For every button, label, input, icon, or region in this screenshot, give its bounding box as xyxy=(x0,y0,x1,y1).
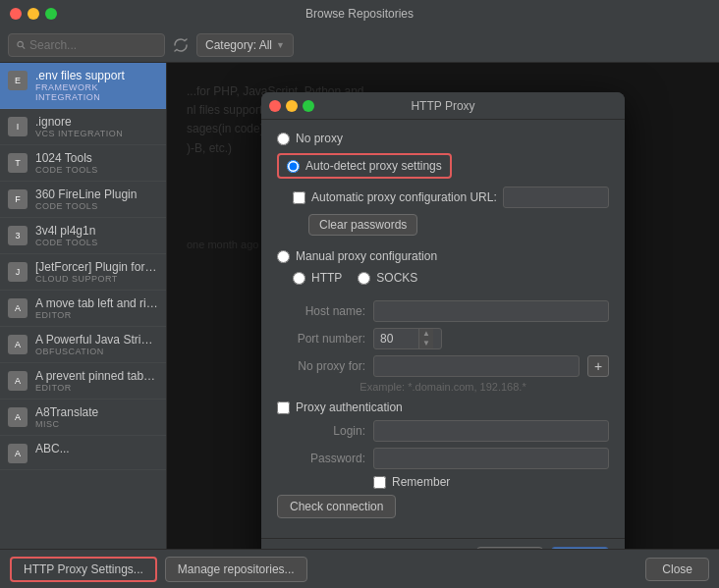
remember-row: Remember xyxy=(373,475,609,489)
auto-detect-box: Auto-detect proxy settings xyxy=(277,153,452,179)
category-label: Category: All xyxy=(205,38,272,52)
title-bar: Browse Repositories xyxy=(0,0,719,27)
sidebar-item-category-7: OBFUSCATION xyxy=(35,347,158,356)
manual-proxy-option[interactable]: Manual proxy configuration xyxy=(277,249,609,263)
sidebar-item-name-10: ABC... xyxy=(35,442,158,455)
port-number-label: Port number: xyxy=(277,332,365,346)
modal-footer-right: Cancel OK xyxy=(476,547,609,549)
maximize-button[interactable] xyxy=(45,8,57,20)
toolbar: Category: All ▼ xyxy=(0,27,719,63)
manage-repositories-button[interactable]: Manage repositories... xyxy=(165,557,307,582)
sidebar-item-name-0: .env files support xyxy=(35,69,158,82)
sidebar-item-name-5: [JetForcer] Plugin for handy xyxy=(35,260,158,274)
cancel-button[interactable]: Cancel xyxy=(476,547,542,549)
socks-label: SOCKS xyxy=(376,271,417,285)
bottom-bar-left: HTTP Proxy Settings... Manage repositori… xyxy=(10,557,307,582)
sidebar-item-name-4: 3v4l pl4g1n xyxy=(35,224,158,238)
http-proxy-modal: HTTP Proxy No proxy Auto-detect proxy se… xyxy=(261,92,625,549)
no-proxy-for-label: No proxy for: xyxy=(277,359,365,373)
refresh-icon[interactable] xyxy=(173,37,189,53)
no-proxy-for-row: No proxy for: + xyxy=(277,355,609,377)
auto-detect-radio[interactable] xyxy=(287,160,300,173)
sidebar-item-6[interactable]: A A move tab left and right usi EDITOR xyxy=(0,291,166,327)
sidebar-item-1[interactable]: I .ignore VCS INTEGRATION xyxy=(0,109,166,145)
plugin-icon-5: J xyxy=(8,262,28,282)
manual-proxy-radio[interactable] xyxy=(277,250,290,263)
port-down-button[interactable]: ▼ xyxy=(419,339,433,348)
sidebar-item-category-2: CODE TOOLS xyxy=(35,165,158,175)
no-proxy-for-input[interactable] xyxy=(373,355,580,377)
http-radio-option[interactable]: HTTP xyxy=(293,271,342,285)
minimize-button[interactable] xyxy=(28,8,39,20)
no-proxy-radio[interactable] xyxy=(277,133,290,145)
sidebar-item-10[interactable]: A ABC... xyxy=(0,436,166,470)
proxy-auth-checkbox[interactable] xyxy=(277,401,290,414)
modal-body: No proxy Auto-detect proxy settings Auto… xyxy=(261,120,625,538)
auto-config-row: Automatic proxy configuration URL: xyxy=(293,187,609,208)
sidebar-item-9[interactable]: A A8Translate MISC xyxy=(0,400,166,436)
login-input[interactable] xyxy=(373,420,609,442)
http-proxy-settings-button[interactable]: HTTP Proxy Settings... xyxy=(10,557,157,582)
sidebar-item-category-3: CODE TOOLS xyxy=(35,201,158,211)
no-proxy-option[interactable]: No proxy xyxy=(277,132,609,145)
host-name-row: Host name: xyxy=(277,300,609,322)
sidebar-item-name-2: 1024 Tools xyxy=(35,151,158,165)
port-input[interactable]: 80 xyxy=(374,332,418,346)
modal-overlay: HTTP Proxy No proxy Auto-detect proxy se… xyxy=(167,63,719,549)
plugin-icon-8: A xyxy=(8,371,28,391)
auto-config-label: Automatic proxy configuration URL: xyxy=(311,190,497,204)
category-dropdown[interactable]: Category: All ▼ xyxy=(196,33,294,57)
sidebar-item-category-8: EDITOR xyxy=(35,383,158,393)
sidebar-item-5[interactable]: J [JetForcer] Plugin for handy CLOUD SUP… xyxy=(0,254,166,291)
window-title: Browse Repositories xyxy=(305,7,414,21)
main-content: ...for PHP, JavaScript, Python and nl fi… xyxy=(167,63,719,549)
socks-radio-option[interactable]: SOCKS xyxy=(358,271,417,285)
login-label: Login: xyxy=(277,424,365,438)
plugin-icon-3: F xyxy=(8,189,28,209)
manual-proxy-label: Manual proxy configuration xyxy=(296,249,437,263)
modal-footer: ? Cancel OK xyxy=(261,538,625,549)
plugin-icon-2: T xyxy=(8,153,28,173)
password-row: Password: xyxy=(277,448,609,469)
remember-checkbox[interactable] xyxy=(373,476,386,489)
sidebar-item-3[interactable]: F 360 FireLine Plugin CODE TOOLS xyxy=(0,182,166,218)
close-button[interactable]: Close xyxy=(645,558,709,581)
sidebar-item-4[interactable]: 3 3v4l pl4g1n CODE TOOLS xyxy=(0,218,166,254)
http-proto-radio[interactable] xyxy=(293,272,305,285)
svg-line-1 xyxy=(23,46,25,48)
add-no-proxy-button[interactable]: + xyxy=(587,355,609,377)
modal-traffic-lights xyxy=(269,100,314,112)
sidebar-item-category-1: VCS INTEGRATION xyxy=(35,129,158,138)
search-icon xyxy=(17,40,26,50)
traffic-lights xyxy=(10,8,57,20)
modal-max-btn[interactable] xyxy=(303,100,314,112)
ok-button[interactable]: OK xyxy=(551,547,609,549)
close-button[interactable] xyxy=(10,8,22,20)
auto-config-checkbox[interactable] xyxy=(293,191,305,204)
check-connection-button[interactable]: Check connection xyxy=(277,495,396,518)
clear-passwords-button[interactable]: Clear passwords xyxy=(308,214,417,236)
modal-close-btn[interactable] xyxy=(269,100,281,112)
sidebar-item-7[interactable]: A A Powerful Java String Encr OBFUSCATIO… xyxy=(0,327,166,363)
sidebar-item-category-6: EDITOR xyxy=(35,310,158,320)
sidebar-item-name-3: 360 FireLine Plugin xyxy=(35,187,158,201)
sidebar-item-8[interactable]: A A prevent pinned tabs from c EDITOR xyxy=(0,363,166,400)
host-name-input[interactable] xyxy=(373,300,609,322)
sidebar-item-0[interactable]: E .env files support FRAMEWORK INTEGRATI… xyxy=(0,63,166,109)
sidebar-item-2[interactable]: T 1024 Tools CODE TOOLS xyxy=(0,145,166,182)
sidebar-item-name-6: A move tab left and right usi xyxy=(35,296,158,310)
remember-label: Remember xyxy=(392,475,450,489)
port-up-button[interactable]: ▲ xyxy=(419,329,433,339)
password-input[interactable] xyxy=(373,448,609,469)
plugin-icon-4: 3 xyxy=(8,226,28,245)
search-box[interactable] xyxy=(8,33,165,57)
auto-config-url-input[interactable] xyxy=(503,187,609,208)
plugin-icon-10: A xyxy=(8,444,28,463)
search-input[interactable] xyxy=(29,38,156,52)
example-text: Example: *.domain.com, 192.168.* xyxy=(277,381,609,393)
modal-min-btn[interactable] xyxy=(286,100,298,112)
socks-proto-radio[interactable] xyxy=(358,272,370,285)
port-spinners: ▲ ▼ xyxy=(418,329,433,348)
plugin-icon-6: A xyxy=(8,298,28,318)
sidebar-item-category-0: FRAMEWORK INTEGRATION xyxy=(35,82,158,102)
